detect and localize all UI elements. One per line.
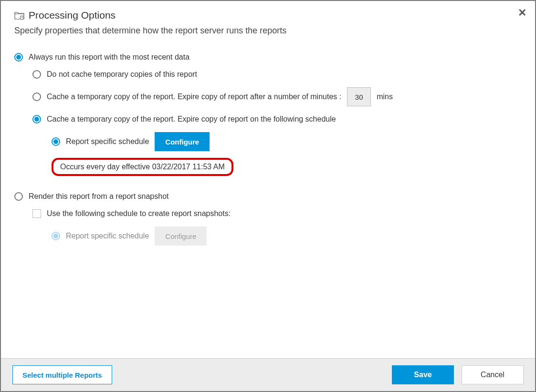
dialog-subtitle: Specify properties that determine how th… [14, 26, 522, 36]
option-cache-minutes[interactable]: Cache a temporary copy of the report. Ex… [32, 87, 522, 106]
option-label: Report specific schedule [66, 137, 149, 146]
checkbox-icon [32, 209, 41, 218]
configure-button[interactable]: Configure [155, 132, 210, 151]
radio-icon [52, 137, 60, 146]
dialog-title: Processing Options [29, 10, 116, 21]
configure-button-disabled: Configure [155, 227, 207, 246]
dialog-footer: Select multiple Reports Save Cancel [1, 358, 535, 391]
option-report-specific-schedule[interactable]: Report specific schedule Configure [52, 132, 522, 151]
dialog-header: Processing Options [14, 10, 522, 21]
option-no-cache[interactable]: Do not cache temporary copies of this re… [32, 70, 522, 79]
option-label: Cache a temporary copy of the report. Ex… [47, 93, 341, 101]
option-cache-schedule[interactable]: Cache a temporary copy of the report. Ex… [32, 115, 522, 124]
radio-icon [14, 192, 23, 201]
option-label: Report specific schedule [66, 232, 149, 240]
schedule-summary-highlight: Occurs every day effective 03/22/2017 11… [52, 158, 233, 176]
schedule-summary-text: Occurs every day effective 03/22/2017 11… [60, 163, 225, 171]
radio-icon [32, 115, 41, 124]
radio-icon [32, 93, 41, 101]
processing-options-icon [14, 10, 25, 20]
select-multiple-reports-button[interactable]: Select multiple Reports [12, 365, 112, 384]
radio-icon [32, 70, 41, 79]
dialog-content: Processing Options Specify properties th… [1, 1, 535, 358]
option-always-run[interactable]: Always run this report with the most rec… [14, 53, 522, 62]
radio-icon [52, 232, 60, 240]
minutes-unit: mins [377, 93, 393, 101]
option-label: Do not cache temporary copies of this re… [47, 70, 197, 79]
radio-icon [14, 53, 23, 62]
option-use-schedule-snapshot[interactable]: Use the following schedule to create rep… [32, 209, 522, 218]
option-snapshot[interactable]: Render this report from a report snapsho… [14, 192, 522, 201]
close-icon[interactable]: ✕ [518, 8, 526, 18]
option-label: Cache a temporary copy of the report. Ex… [47, 115, 336, 124]
option-snapshot-report-specific: Report specific schedule Configure [52, 227, 522, 246]
option-label: Render this report from a report snapsho… [29, 192, 168, 201]
cancel-button[interactable]: Cancel [462, 365, 524, 384]
option-label: Always run this report with the most rec… [29, 53, 189, 62]
option-label: Use the following schedule to create rep… [47, 209, 231, 218]
minutes-input[interactable] [347, 87, 371, 106]
save-button[interactable]: Save [392, 365, 454, 384]
